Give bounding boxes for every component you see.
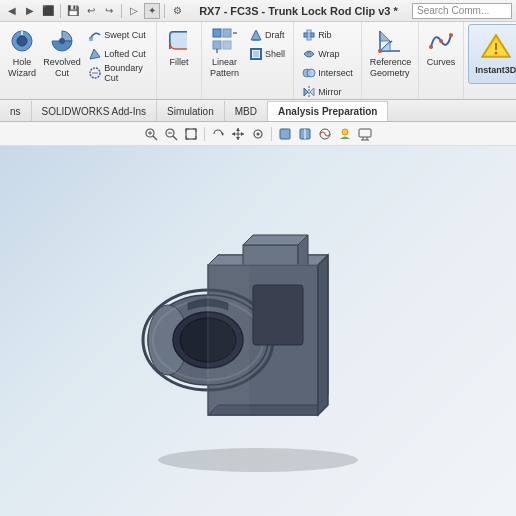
shell-button[interactable]: Shell <box>245 45 289 63</box>
boundary-cut-label: Boundary Cut <box>104 63 148 83</box>
appearance-icon[interactable] <box>316 125 334 143</box>
intersect-button[interactable]: Intersect <box>298 64 357 82</box>
fillet-label: Fillet <box>170 57 189 68</box>
small-buttons-col: Swept Cut Lofted Cut <box>84 24 152 82</box>
svg-point-3 <box>59 38 65 44</box>
svg-rect-4 <box>89 37 93 41</box>
svg-marker-77 <box>243 235 308 245</box>
revolved-cut-button[interactable]: RevolvedCut <box>42 24 82 84</box>
hole-wizard-label: HoleWizard <box>8 57 36 79</box>
group-hole-wizard: HoleWizard RevolvedCut <box>0 22 157 99</box>
svg-rect-82 <box>209 266 249 414</box>
display-style-icon[interactable] <box>276 125 294 143</box>
boundary-cut-button[interactable]: Boundary Cut <box>84 64 152 82</box>
svg-marker-22 <box>304 88 308 96</box>
svg-point-57 <box>342 129 348 135</box>
mirror-button[interactable]: Mirror <box>298 83 357 101</box>
3d-part <box>98 205 418 485</box>
svg-marker-69 <box>318 255 328 415</box>
pattern-small-col: Draft Shell <box>245 24 289 63</box>
back-icon[interactable]: ◀ <box>4 3 20 19</box>
lofted-cut-label: Lofted Cut <box>104 49 146 59</box>
linear-pattern-button[interactable]: LinearPattern <box>206 24 243 84</box>
pan-icon[interactable] <box>229 125 247 143</box>
svg-rect-17 <box>253 51 259 57</box>
search-box[interactable]: Search Comm... <box>412 3 512 19</box>
section-view-icon[interactable] <box>296 125 314 143</box>
group-fillet-items: Fillet <box>161 24 197 97</box>
rib-icon <box>302 28 316 42</box>
mirror-label: Mirror <box>318 87 342 97</box>
mirror-icon <box>302 85 316 99</box>
reference-geometry-button[interactable]: ReferenceGeometry <box>366 24 414 84</box>
wrap-icon <box>302 47 316 61</box>
lofted-cut-icon <box>88 47 102 61</box>
curves-label: Curves <box>427 57 456 68</box>
svg-rect-79 <box>253 285 303 345</box>
window-title: RX7 - FC3S - Trunk Lock Rod Clip v3 * <box>187 5 410 17</box>
hole-wizard-button[interactable]: HoleWizard <box>4 24 40 84</box>
tab-ns[interactable]: ns <box>0 101 32 121</box>
svg-marker-28 <box>380 41 390 51</box>
svg-point-37 <box>494 52 497 55</box>
rib-button[interactable]: Rib <box>298 26 357 44</box>
group-reference: ReferenceGeometry <box>362 22 419 99</box>
group-instant3d-items: Instant3D <box>468 24 516 97</box>
draft-button[interactable]: Draft <box>245 26 289 44</box>
zoom-in-icon[interactable] <box>142 125 160 143</box>
svg-marker-50 <box>241 132 244 136</box>
intersect-icon <box>302 66 316 80</box>
tab-simulation[interactable]: Simulation <box>157 101 225 121</box>
icon-bar-sep1 <box>204 127 205 141</box>
select-icon[interactable]: ✦ <box>144 3 160 19</box>
scenes-icon[interactable] <box>336 125 354 143</box>
group-rib: Rib Wrap <box>294 22 362 99</box>
ribbon: HoleWizard RevolvedCut <box>0 22 516 100</box>
svg-marker-47 <box>236 128 240 131</box>
fillet-button[interactable]: Fillet <box>161 24 197 84</box>
zoom-out-icon[interactable] <box>162 125 180 143</box>
svg-point-30 <box>378 49 382 53</box>
group-hole-wizard-items: HoleWizard RevolvedCut <box>4 24 152 97</box>
linear-pattern-icon <box>211 27 239 55</box>
swept-cut-label: Swept Cut <box>104 30 146 40</box>
swept-cut-button[interactable]: Swept Cut <box>84 26 152 44</box>
save-icon[interactable]: 💾 <box>65 3 81 19</box>
view-icon[interactable] <box>249 125 267 143</box>
group-instant3d: Instant3D <box>464 22 516 99</box>
redo-icon[interactable]: ↪ <box>101 3 117 19</box>
draft-label: Draft <box>265 30 285 40</box>
fit-all-icon[interactable] <box>182 125 200 143</box>
instant3d-label: Instant3D <box>475 65 516 75</box>
svg-rect-45 <box>186 129 196 139</box>
intersect-label: Intersect <box>318 68 353 78</box>
svg-point-21 <box>307 69 315 77</box>
tab-bar: ns SOLIDWORKS Add-Ins Simulation MBD Ana… <box>0 100 516 122</box>
monitor-icon[interactable] <box>356 125 374 143</box>
forward-icon[interactable]: ▶ <box>22 3 38 19</box>
tab-mbd[interactable]: MBD <box>225 101 268 121</box>
main-viewport[interactable] <box>0 146 516 516</box>
group-pattern: LinearPattern Draft <box>202 22 294 99</box>
group-reference-items: ReferenceGeometry <box>366 24 414 97</box>
svg-rect-11 <box>223 41 231 49</box>
tab-solidworks-addins[interactable]: SOLIDWORKS Add-Ins <box>32 101 157 121</box>
svg-rect-8 <box>213 29 221 37</box>
lofted-cut-button[interactable]: Lofted Cut <box>84 45 152 63</box>
wrap-button[interactable]: Wrap <box>298 45 357 63</box>
instant3d-button[interactable]: Instant3D <box>468 24 516 84</box>
shell-label: Shell <box>265 49 285 59</box>
top-bar: ◀ ▶ ⬛ 💾 ↩ ↪ ▷ ✦ ⚙ RX7 - FC3S - Trunk Loc… <box>0 0 516 22</box>
rotate-icon[interactable] <box>209 125 227 143</box>
settings-icon[interactable]: ⚙ <box>169 3 185 19</box>
svg-point-32 <box>439 39 443 43</box>
wrap-label: Wrap <box>318 49 339 59</box>
svg-line-39 <box>153 136 157 140</box>
curves-button[interactable]: Curves <box>423 24 460 84</box>
cursor-icon[interactable]: ▷ <box>126 3 142 19</box>
undo-icon[interactable]: ↩ <box>83 3 99 19</box>
svg-point-1 <box>17 36 27 46</box>
home-icon[interactable]: ⬛ <box>40 3 56 19</box>
rib-col: Rib Wrap <box>298 24 357 101</box>
tab-analysis-preparation[interactable]: Analysis Preparation <box>268 101 388 121</box>
